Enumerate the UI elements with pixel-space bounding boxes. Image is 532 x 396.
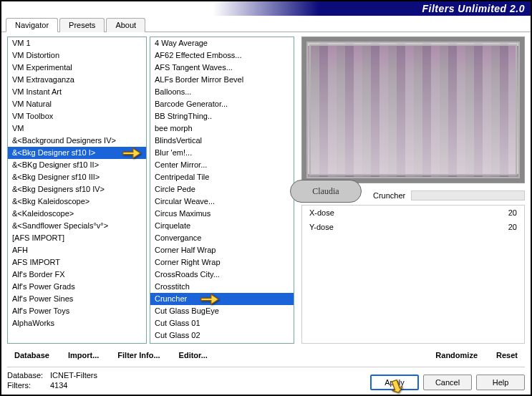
- help-button[interactable]: Help: [476, 375, 525, 390]
- list-item[interactable]: AFS IMPORT: [8, 256, 146, 269]
- list-item[interactable]: Blur 'em!...: [150, 147, 294, 159]
- list-item[interactable]: &<Background Designers IV>: [8, 135, 146, 147]
- parameter-row[interactable]: X-dose20: [302, 206, 524, 220]
- list-item[interactable]: AlphaWorks: [8, 317, 146, 329]
- filter-list[interactable]: 4 Way AverageAF62 Effected Emboss...AFS …: [150, 37, 294, 344]
- reset-button[interactable]: Reset: [490, 348, 523, 362]
- list-item[interactable]: VM Toolbox: [8, 110, 146, 122]
- parameter-value: 20: [508, 208, 517, 217]
- cancel-button[interactable]: Cancel: [423, 375, 472, 390]
- tab-navigator[interactable]: Navigator: [6, 18, 58, 32]
- tab-presets[interactable]: Presets: [59, 18, 105, 32]
- title-bar: Filters Unlimited 2.0: [1, 1, 531, 16]
- list-item[interactable]: AFS Tangent Waves...: [150, 62, 294, 74]
- list-item[interactable]: Convergance: [150, 232, 294, 244]
- list-item[interactable]: 4 Way Average: [150, 37, 294, 49]
- list-item[interactable]: &<Kaleidoscope>: [8, 208, 146, 220]
- list-item[interactable]: Centripedal Tile: [150, 171, 294, 183]
- list-item[interactable]: Balloons...: [150, 86, 294, 98]
- category-list[interactable]: VM 1VM DistortionVM ExperimentalVM Extra…: [7, 37, 147, 344]
- list-item[interactable]: &<Bkg Kaleidoscope>: [8, 195, 146, 208]
- tab-about[interactable]: About: [106, 18, 145, 32]
- list-item[interactable]: Circus Maximus: [150, 208, 294, 220]
- bottom-toolbar: Database Import... Filter Info... Editor…: [1, 344, 531, 367]
- list-item[interactable]: VM Experimental: [8, 62, 146, 74]
- apply-button[interactable]: Apply: [370, 375, 419, 390]
- list-item[interactable]: BB StringThing..: [150, 110, 294, 122]
- parameter-value: 20: [508, 223, 517, 231]
- import-button[interactable]: Import...: [62, 348, 105, 362]
- list-item[interactable]: Corner Right Wrap: [150, 256, 294, 269]
- list-item[interactable]: VM Instant Art: [8, 86, 146, 98]
- list-item[interactable]: Crosstitch: [150, 281, 294, 293]
- list-item[interactable]: Circle Pede: [150, 183, 294, 195]
- list-item[interactable]: CrossRoads City...: [150, 269, 294, 281]
- list-item[interactable]: Corner Half Wrap: [150, 244, 294, 256]
- current-filter-name: Cruncher: [373, 191, 405, 200]
- list-item[interactable]: VM Distortion: [8, 49, 146, 62]
- list-item[interactable]: AF62 Effected Emboss...: [150, 49, 294, 62]
- list-item[interactable]: &<BKg Designer sf10 II>: [8, 159, 146, 171]
- list-item[interactable]: VM 1: [8, 37, 146, 49]
- list-item[interactable]: &<Bkg Designer sf10 III>: [8, 171, 146, 183]
- parameter-label: X-dose: [309, 208, 508, 217]
- parameter-panel: X-dose20Y-dose20: [301, 205, 525, 344]
- list-item[interactable]: bee morph: [150, 122, 294, 135]
- editor-button[interactable]: Editor...: [173, 348, 213, 362]
- list-item[interactable]: ALFs Border Mirror Bevel: [150, 74, 294, 86]
- list-item[interactable]: BlindsVertical: [150, 135, 294, 147]
- list-item[interactable]: VM: [8, 122, 146, 135]
- randomize-button[interactable]: Randomize: [430, 348, 483, 362]
- list-item[interactable]: Cirquelate: [150, 220, 294, 232]
- parameter-row[interactable]: Y-dose20: [302, 220, 524, 234]
- list-item[interactable]: VM Natural: [8, 98, 146, 110]
- filter-name-bar: [411, 190, 525, 201]
- list-item[interactable]: Cut Glass 02: [150, 329, 294, 342]
- database-button[interactable]: Database: [9, 348, 55, 362]
- list-item[interactable]: Cut Glass BugEye: [150, 305, 294, 317]
- list-item[interactable]: &<Bkg Designers sf10 IV>: [8, 183, 146, 195]
- window-title: Filters Unlimited 2.0: [422, 3, 525, 14]
- list-item[interactable]: Alf's Power Grads: [8, 281, 146, 293]
- list-item[interactable]: Cruncher: [150, 293, 294, 305]
- list-item[interactable]: Alf's Power Sines: [8, 293, 146, 305]
- tab-bar: NavigatorPresetsAbout: [1, 16, 531, 32]
- list-item[interactable]: &<Sandflower Specials°v°>: [8, 220, 146, 232]
- status-text: Database:ICNET-Filters Filters:4134: [7, 370, 97, 390]
- list-item[interactable]: Barcode Generator...: [150, 98, 294, 110]
- list-item[interactable]: Cut Glass 01: [150, 317, 294, 329]
- filter-info-button[interactable]: Filter Info...: [112, 348, 165, 362]
- list-item[interactable]: [AFS IMPORT]: [8, 232, 146, 244]
- list-item[interactable]: Center Mirror...: [150, 159, 294, 171]
- parameter-label: Y-dose: [309, 223, 508, 231]
- list-item[interactable]: Alf's Border FX: [8, 269, 146, 281]
- list-item[interactable]: VM Extravaganza: [8, 74, 146, 86]
- list-item[interactable]: &<Bkg Designer sf10 I>: [8, 147, 146, 159]
- list-item[interactable]: AFH: [8, 244, 146, 256]
- list-item[interactable]: Circular Weave...: [150, 195, 294, 208]
- preview-image: [301, 37, 525, 183]
- list-item[interactable]: Alf's Power Toys: [8, 305, 146, 317]
